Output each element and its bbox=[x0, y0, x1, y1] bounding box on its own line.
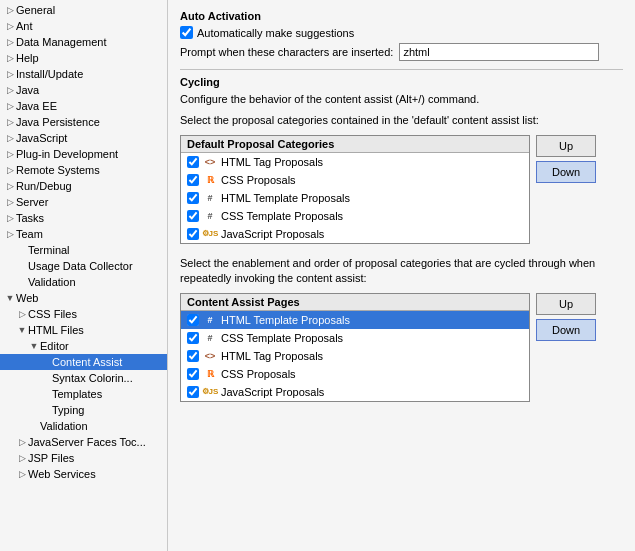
proposal-label-css2: CSS Proposals bbox=[221, 368, 296, 380]
proposal-checkbox-css-template2[interactable] bbox=[187, 332, 199, 344]
proposal-checkbox-html-tag2[interactable] bbox=[187, 350, 199, 362]
sidebar-label-web: Web bbox=[16, 292, 38, 304]
sidebar-item-syntax-coloring[interactable]: Syntax Colorin... bbox=[0, 370, 167, 386]
content-assist-table: Content Assist Pages #HTML Template Prop… bbox=[180, 293, 530, 402]
tree-arrow-java: ▷ bbox=[4, 85, 16, 95]
proposal-row-html-template2[interactable]: #HTML Template Proposals bbox=[181, 311, 529, 329]
prompt-input[interactable] bbox=[399, 43, 599, 61]
sidebar-item-java-persistence[interactable]: ▷Java Persistence bbox=[0, 114, 167, 130]
sidebar-item-run-debug[interactable]: ▷Run/Debug bbox=[0, 178, 167, 194]
proposal-label-html-template: HTML Template Proposals bbox=[221, 192, 350, 204]
sidebar-label-validation2: Validation bbox=[40, 420, 88, 432]
tree-arrow-web-services: ▷ bbox=[16, 469, 28, 479]
content-assist-down-button[interactable]: Down bbox=[536, 319, 596, 341]
proposal-checkbox-css2[interactable] bbox=[187, 368, 199, 380]
tree-arrow-run-debug: ▷ bbox=[4, 181, 16, 191]
sidebar-item-server[interactable]: ▷Server bbox=[0, 194, 167, 210]
content-assist-up-button[interactable]: Up bbox=[536, 293, 596, 315]
sidebar-label-validation: Validation bbox=[28, 276, 76, 288]
sidebar-label-javascript: JavaScript bbox=[16, 132, 67, 144]
sidebar-label-java-persistence: Java Persistence bbox=[16, 116, 100, 128]
sidebar-item-javaserver-faces[interactable]: ▷JavaServer Faces Toc... bbox=[0, 434, 167, 450]
proposal-row-html-template[interactable]: #HTML Template Proposals bbox=[181, 189, 529, 207]
tree-arrow-remote-systems: ▷ bbox=[4, 165, 16, 175]
js-icon: ⚙JS bbox=[203, 385, 217, 399]
sidebar-item-install-update[interactable]: ▷Install/Update bbox=[0, 66, 167, 82]
sidebar-item-terminal[interactable]: Terminal bbox=[0, 242, 167, 258]
proposal-checkbox-html-template[interactable] bbox=[187, 192, 199, 204]
tree-arrow-jsp-files: ▷ bbox=[16, 453, 28, 463]
sidebar-item-javascript[interactable]: ▷JavaScript bbox=[0, 130, 167, 146]
sidebar-label-templates: Templates bbox=[52, 388, 102, 400]
sidebar: ▷General▷Ant▷Data Management▷Help▷Instal… bbox=[0, 0, 168, 551]
default-proposals-container: Default Proposal Categories <>HTML Tag P… bbox=[180, 135, 623, 244]
tree-arrow-html-files: ▼ bbox=[16, 325, 28, 335]
sidebar-item-jsp-files[interactable]: ▷JSP Files bbox=[0, 450, 167, 466]
sidebar-item-css-files[interactable]: ▷CSS Files bbox=[0, 306, 167, 322]
tree-arrow-team: ▷ bbox=[4, 229, 16, 239]
sidebar-item-team[interactable]: ▷Team bbox=[0, 226, 167, 242]
sidebar-item-web-services[interactable]: ▷Web Services bbox=[0, 466, 167, 482]
proposal-row-css-template2[interactable]: #CSS Template Proposals bbox=[181, 329, 529, 347]
tag-icon: <> bbox=[203, 155, 217, 169]
tree-arrow-general: ▷ bbox=[4, 5, 16, 15]
sidebar-item-templates[interactable]: Templates bbox=[0, 386, 167, 402]
sidebar-item-html-files[interactable]: ▼HTML Files bbox=[0, 322, 167, 338]
proposal-checkbox-javascript2[interactable] bbox=[187, 386, 199, 398]
sidebar-item-content-assist[interactable]: Content Assist bbox=[0, 354, 167, 370]
tree-arrow-java-persistence: ▷ bbox=[4, 117, 16, 127]
proposal-row-css[interactable]: ℝCSS Proposals bbox=[181, 171, 529, 189]
default-up-button[interactable]: Up bbox=[536, 135, 596, 157]
sidebar-label-editor: Editor bbox=[40, 340, 69, 352]
sidebar-item-web[interactable]: ▼Web bbox=[0, 290, 167, 306]
sidebar-item-remote-systems[interactable]: ▷Remote Systems bbox=[0, 162, 167, 178]
proposal-checkbox-css[interactable] bbox=[187, 174, 199, 186]
tree-arrow-help: ▷ bbox=[4, 53, 16, 63]
sidebar-item-editor[interactable]: ▼Editor bbox=[0, 338, 167, 354]
tag-icon: <> bbox=[203, 349, 217, 363]
sidebar-item-java-ee[interactable]: ▷Java EE bbox=[0, 98, 167, 114]
proposal-row-css-template[interactable]: #CSS Template Proposals bbox=[181, 207, 529, 225]
sidebar-item-validation[interactable]: Validation bbox=[0, 274, 167, 290]
sidebar-item-usage-data-collector[interactable]: Usage Data Collector bbox=[0, 258, 167, 274]
proposal-row-javascript[interactable]: ⚙JSJavaScript Proposals bbox=[181, 225, 529, 243]
proposal-checkbox-javascript[interactable] bbox=[187, 228, 199, 240]
tree-arrow-tasks: ▷ bbox=[4, 213, 16, 223]
sidebar-item-data-management[interactable]: ▷Data Management bbox=[0, 34, 167, 50]
css-icon: ℝ bbox=[203, 367, 217, 381]
sidebar-item-validation2[interactable]: Validation bbox=[0, 418, 167, 434]
proposal-row-javascript2[interactable]: ⚙JSJavaScript Proposals bbox=[181, 383, 529, 401]
sidebar-item-ant[interactable]: ▷Ant bbox=[0, 18, 167, 34]
proposal-label-css-template2: CSS Template Proposals bbox=[221, 332, 343, 344]
proposal-checkbox-html-template2[interactable] bbox=[187, 314, 199, 326]
tree-arrow-web: ▼ bbox=[4, 293, 16, 303]
proposal-checkbox-css-template[interactable] bbox=[187, 210, 199, 222]
proposal-checkbox-html-tag[interactable] bbox=[187, 156, 199, 168]
sidebar-item-plugin-development[interactable]: ▷Plug-in Development bbox=[0, 146, 167, 162]
sidebar-item-tasks[interactable]: ▷Tasks bbox=[0, 210, 167, 226]
auto-activation-title: Auto Activation bbox=[180, 10, 623, 22]
proposal-row-css2[interactable]: ℝCSS Proposals bbox=[181, 365, 529, 383]
sidebar-item-general[interactable]: ▷General bbox=[0, 2, 167, 18]
proposal-label-html-template2: HTML Template Proposals bbox=[221, 314, 350, 326]
sidebar-label-typing: Typing bbox=[52, 404, 84, 416]
proposal-row-html-tag[interactable]: <>HTML Tag Proposals bbox=[181, 153, 529, 171]
proposal-row-html-tag2[interactable]: <>HTML Tag Proposals bbox=[181, 347, 529, 365]
hash-icon: # bbox=[203, 313, 217, 327]
auto-suggest-checkbox[interactable] bbox=[180, 26, 193, 39]
sidebar-item-java[interactable]: ▷Java bbox=[0, 82, 167, 98]
sidebar-label-terminal: Terminal bbox=[28, 244, 70, 256]
tree-arrow-install-update: ▷ bbox=[4, 69, 16, 79]
tree-arrow-server: ▷ bbox=[4, 197, 16, 207]
cycling-description: Configure the behavior of the content as… bbox=[180, 92, 623, 107]
sidebar-label-install-update: Install/Update bbox=[16, 68, 83, 80]
sidebar-label-help: Help bbox=[16, 52, 39, 64]
sidebar-label-general: General bbox=[16, 4, 55, 16]
sidebar-item-help[interactable]: ▷Help bbox=[0, 50, 167, 66]
tree-arrow-editor: ▼ bbox=[28, 341, 40, 351]
tree-arrow-javaserver-faces: ▷ bbox=[16, 437, 28, 447]
sidebar-item-typing[interactable]: Typing bbox=[0, 402, 167, 418]
proposal-label-css: CSS Proposals bbox=[221, 174, 296, 186]
prompt-row: Prompt when these characters are inserte… bbox=[180, 43, 623, 61]
default-down-button[interactable]: Down bbox=[536, 161, 596, 183]
